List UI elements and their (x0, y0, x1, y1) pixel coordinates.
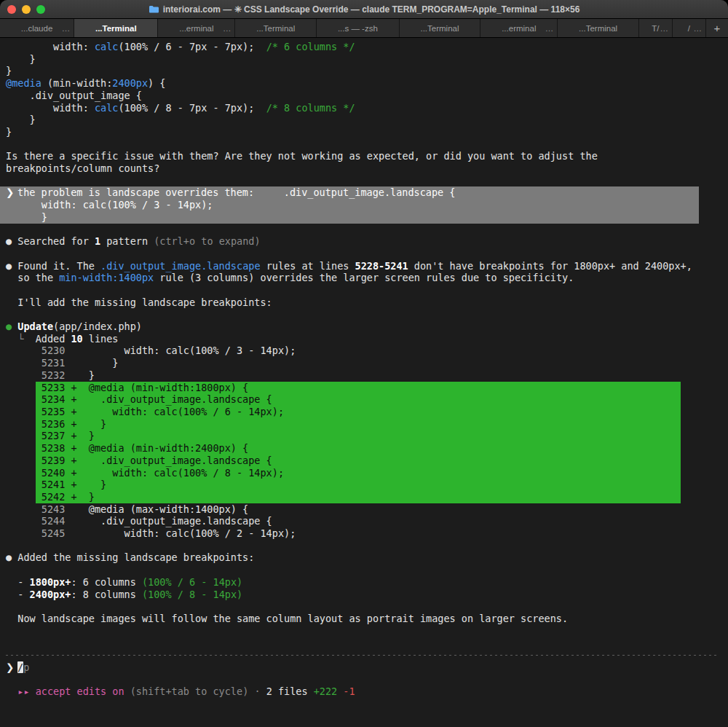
tab-label: ...claude (21, 24, 52, 33)
diff-added-text: 5239 + .div_output_image.landscape { (36, 455, 681, 467)
terminal-line (6, 138, 728, 151)
diff-added-text: 5237 + } (36, 430, 681, 442)
text-segment: Update (17, 321, 53, 332)
text-segment: 5245 (6, 527, 65, 539)
text-segment: 2400px (112, 77, 148, 89)
tab[interactable]: ...Terminal (400, 19, 481, 37)
text-segment: @media (6, 77, 41, 89)
tab-overflow-indicator: … (693, 24, 702, 33)
text-segment: Is there a specific issue with them? Are… (6, 150, 598, 162)
terminal-line: ● Added the missing landscape breakpoint… (6, 551, 728, 564)
text-segment: } (65, 357, 118, 369)
text-segment: : 8 columns (71, 589, 142, 600)
tab[interactable]: /… (673, 19, 706, 37)
terminal-line: so the min-width:1400px rule (3 columns)… (6, 272, 728, 284)
tab[interactable]: ...Terminal (558, 19, 639, 37)
tab[interactable]: ...s — -zsh (317, 19, 400, 37)
text-segment: , (687, 260, 692, 272)
text-segment: 2 files (266, 685, 314, 697)
text-segment (6, 685, 17, 697)
text-segment: p (23, 661, 29, 673)
terminal-line: ● Found it. The .div_output_image.landsc… (6, 260, 728, 272)
terminal-line (6, 224, 728, 236)
text-segment: don't have breakpoints for (408, 260, 574, 272)
text-segment: (app/index.php) (53, 321, 142, 332)
terminal-line: 5231 } (6, 357, 728, 369)
text-segment: 2400px+ (645, 260, 687, 272)
text-segment: rule (3 columns) overrides the larger sc… (154, 272, 574, 283)
text-segment: calc (95, 102, 119, 114)
close-window-button[interactable] (7, 5, 16, 14)
new-tab-button[interactable]: + (706, 19, 728, 37)
diff-added-text: 5233 + @media (min-width:1800px) { (36, 382, 681, 394)
terminal-line (6, 175, 728, 187)
text-segment: 2400px+ (30, 589, 71, 600)
tab-active[interactable]: ...Terminal (74, 19, 158, 37)
text-segment: ▸▸ accept edits on (17, 685, 130, 697)
terminal-line: @media (min-width:2400px) { (6, 77, 728, 90)
text-segment: width: calc(100% / 2 - 14px); (65, 527, 296, 539)
text-segment: } (6, 126, 12, 138)
text-segment: (shift+tab to cycle) (130, 685, 249, 697)
text-segment: .div_output_image.landscape { (65, 515, 272, 527)
text-segment: - (6, 589, 30, 600)
text-segment: Found it. The (17, 260, 100, 272)
tab[interactable]: ...claude… (0, 19, 74, 37)
text-segment: (100% / 8 - 14px) (142, 589, 242, 600)
tab-label: ...Terminal (420, 24, 459, 33)
command-input-line[interactable]: ❯ /p (6, 661, 728, 674)
minimize-window-button[interactable] (22, 5, 31, 14)
folder-icon (149, 5, 159, 13)
tab[interactable]: ...Terminal (235, 19, 317, 37)
tab[interactable]: ...erminal… (480, 19, 558, 37)
terminal-line: 5243 @media (max-width:1400px) { (6, 503, 728, 516)
terminal-line: 5245 width: calc(100% / 2 - 14px); (6, 527, 728, 540)
text-segment: @media (max-width:1400px) { (65, 503, 248, 515)
diff-added-line: 5241 + } (6, 479, 728, 491)
terminal-window: interiorai.com — ✳ CSS Landscape Overrid… (0, 0, 728, 727)
diff-added-line: 5239 + .div_output_image.landscape { (6, 455, 728, 467)
text-segment: lines (83, 333, 119, 345)
terminal-line: Now landscape images will follow the sam… (6, 613, 728, 625)
text-segment: +222 (314, 685, 338, 697)
text-segment: -1 (343, 685, 355, 697)
text-segment: - (6, 576, 30, 588)
terminal-line: width: calc(100% / 8 - 7px - 7px); /* 8 … (6, 102, 728, 114)
text-cursor: / (17, 661, 23, 673)
text-segment: (100% / 6 - 14px) (142, 576, 242, 588)
terminal-line: - 1800px+: 6 columns (100% / 6 - 14px) (6, 576, 728, 589)
text-segment: 5232 (6, 369, 65, 381)
terminal-line: ● Searched for 1 pattern (ctrl+o to expa… (6, 235, 728, 248)
tab-label: ...erminal (179, 24, 213, 33)
terminal-line (6, 564, 728, 576)
text-segment: (100% / 8 - 7px - 7px); (118, 102, 266, 114)
text-segment: └ (6, 333, 36, 345)
terminal-output[interactable]: width: calc(100% / 6 - 7px - 7px); /* 6 … (0, 38, 728, 727)
text-segment: and (615, 260, 645, 272)
diff-added-text: 5236 + } (36, 418, 681, 431)
text-segment: .div_output_image { (6, 90, 142, 101)
zoom-window-button[interactable] (36, 5, 45, 14)
text-segment: Added the missing landscape breakpoints: (17, 551, 254, 563)
text-segment: width: calc(100% / 3 - 14px); (65, 345, 296, 356)
tab-overflow-indicator: … (545, 24, 554, 33)
text-segment: } (65, 369, 95, 381)
title-bar[interactable]: interiorai.com — ✳ CSS Landscape Overrid… (0, 0, 728, 19)
terminal-line: } (6, 65, 728, 77)
terminal-line (6, 308, 728, 321)
user-message-line: width: calc(100% / 3 - 14px); (0, 199, 699, 211)
text-segment: /* 6 columns */ (266, 41, 355, 52)
text-segment: .div_output_image.landscape (100, 260, 260, 272)
text-segment: ● (6, 551, 17, 563)
tab[interactable]: T/… (639, 19, 673, 37)
tab-label: T/ (652, 24, 659, 33)
user-message-line: ❯ the problem is landscape overrides the… (0, 186, 699, 199)
tab[interactable]: ...erminal… (158, 19, 235, 37)
text-segment: } (6, 65, 12, 76)
text-segment: (ctrl+o to expand) (154, 235, 260, 247)
tab-label: ...Terminal (579, 24, 617, 33)
terminal-line: - 2400px+: 8 columns (100% / 8 - 14px) (6, 589, 728, 601)
status-line: ▸▸ accept edits on (shift+tab to cycle) … (6, 685, 728, 698)
diff-added-line: 5242 + } (6, 491, 728, 503)
text-segment: } (6, 114, 36, 125)
